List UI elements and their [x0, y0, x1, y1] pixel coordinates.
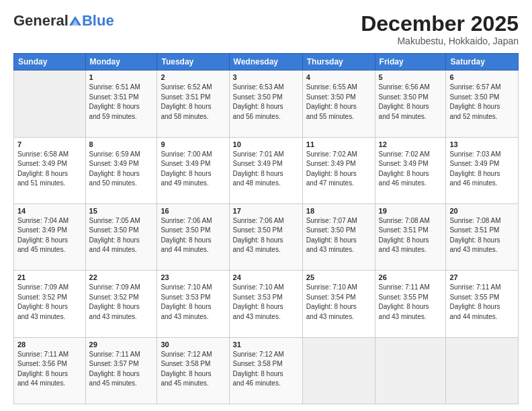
calendar-cell: 11Sunrise: 7:02 AMSunset: 3:49 PMDayligh… — [302, 137, 375, 203]
calendar-cell: 21Sunrise: 7:09 AMSunset: 3:52 PMDayligh… — [14, 271, 86, 337]
day-number: 1 — [89, 73, 154, 81]
weekday-header-thursday: Thursday — [302, 54, 375, 71]
day-info: Sunrise: 7:03 AMSunset: 3:49 PMDaylight:… — [449, 150, 515, 189]
day-info: Sunrise: 7:11 AMSunset: 3:57 PMDaylight:… — [89, 350, 154, 389]
day-number: 6 — [449, 73, 515, 81]
day-info: Sunrise: 7:11 AMSunset: 3:55 PMDaylight:… — [449, 283, 515, 322]
calendar-cell: 27Sunrise: 7:11 AMSunset: 3:55 PMDayligh… — [446, 271, 519, 337]
weekday-header-friday: Friday — [375, 54, 446, 71]
day-number: 29 — [89, 340, 154, 349]
day-info: Sunrise: 6:51 AMSunset: 3:51 PMDaylight:… — [89, 83, 154, 122]
calendar-week-4: 21Sunrise: 7:09 AMSunset: 3:52 PMDayligh… — [14, 271, 519, 337]
calendar-cell: 5Sunrise: 6:56 AMSunset: 3:50 PMDaylight… — [375, 71, 446, 137]
calendar-cell: 20Sunrise: 7:08 AMSunset: 3:51 PMDayligh… — [446, 203, 519, 270]
day-info: Sunrise: 7:08 AMSunset: 3:51 PMDaylight:… — [449, 216, 515, 255]
day-number: 21 — [17, 273, 82, 281]
calendar-cell: 12Sunrise: 7:02 AMSunset: 3:49 PMDayligh… — [375, 137, 446, 203]
day-number: 15 — [89, 207, 154, 215]
day-info: Sunrise: 7:09 AMSunset: 3:52 PMDaylight:… — [89, 283, 154, 322]
day-number: 27 — [449, 273, 515, 281]
day-number: 14 — [17, 207, 82, 215]
calendar-cell: 29Sunrise: 7:11 AMSunset: 3:57 PMDayligh… — [85, 337, 157, 404]
day-number: 7 — [17, 140, 82, 148]
calendar-cell — [14, 71, 86, 137]
day-number: 11 — [306, 140, 371, 148]
header: General Blue December 2025 Makubestu, Ho… — [13, 12, 519, 46]
day-number: 19 — [379, 207, 443, 215]
weekday-header-monday: Monday — [85, 54, 157, 71]
title-block: December 2025 Makubestu, Hokkaido, Japan — [361, 12, 519, 46]
day-number: 18 — [306, 207, 371, 215]
day-number: 25 — [306, 273, 371, 281]
logo-general: General — [13, 12, 69, 30]
calendar-cell: 22Sunrise: 7:09 AMSunset: 3:52 PMDayligh… — [85, 271, 157, 337]
day-number: 28 — [17, 340, 82, 349]
day-number: 20 — [449, 207, 515, 215]
page: General Blue December 2025 Makubestu, Ho… — [0, 0, 532, 411]
calendar-cell: 1Sunrise: 6:51 AMSunset: 3:51 PMDaylight… — [85, 71, 157, 137]
calendar-cell: 30Sunrise: 7:12 AMSunset: 3:58 PMDayligh… — [157, 337, 229, 404]
day-number: 22 — [89, 273, 154, 281]
day-number: 12 — [379, 140, 443, 148]
day-info: Sunrise: 7:10 AMSunset: 3:54 PMDaylight:… — [306, 283, 371, 322]
calendar-cell: 3Sunrise: 6:53 AMSunset: 3:50 PMDaylight… — [229, 71, 302, 137]
day-info: Sunrise: 7:05 AMSunset: 3:50 PMDaylight:… — [89, 216, 154, 255]
day-info: Sunrise: 6:56 AMSunset: 3:50 PMDaylight:… — [379, 83, 443, 122]
weekday-header-row: SundayMondayTuesdayWednesdayThursdayFrid… — [14, 54, 519, 71]
calendar-cell: 6Sunrise: 6:57 AMSunset: 3:50 PMDaylight… — [446, 71, 519, 137]
calendar-cell: 8Sunrise: 6:59 AMSunset: 3:49 PMDaylight… — [85, 137, 157, 203]
day-number: 10 — [233, 140, 299, 148]
month-title: December 2025 — [361, 12, 519, 36]
calendar-cell: 24Sunrise: 7:10 AMSunset: 3:53 PMDayligh… — [229, 271, 302, 337]
day-number: 8 — [89, 140, 154, 148]
day-info: Sunrise: 6:52 AMSunset: 3:51 PMDaylight:… — [161, 83, 225, 122]
calendar-week-5: 28Sunrise: 7:11 AMSunset: 3:56 PMDayligh… — [14, 337, 519, 404]
day-info: Sunrise: 7:07 AMSunset: 3:50 PMDaylight:… — [306, 216, 371, 255]
calendar-cell: 15Sunrise: 7:05 AMSunset: 3:50 PMDayligh… — [85, 203, 157, 270]
day-number: 3 — [233, 73, 299, 81]
day-info: Sunrise: 7:02 AMSunset: 3:49 PMDaylight:… — [306, 150, 371, 189]
day-info: Sunrise: 7:06 AMSunset: 3:50 PMDaylight:… — [161, 216, 225, 255]
logo-icon — [69, 16, 81, 26]
calendar-cell: 28Sunrise: 7:11 AMSunset: 3:56 PMDayligh… — [14, 337, 86, 404]
calendar-cell: 10Sunrise: 7:01 AMSunset: 3:49 PMDayligh… — [229, 137, 302, 203]
day-info: Sunrise: 7:10 AMSunset: 3:53 PMDaylight:… — [161, 283, 225, 322]
calendar-cell: 9Sunrise: 7:00 AMSunset: 3:49 PMDaylight… — [157, 137, 229, 203]
day-info: Sunrise: 7:12 AMSunset: 3:58 PMDaylight:… — [233, 350, 299, 389]
day-info: Sunrise: 7:10 AMSunset: 3:53 PMDaylight:… — [233, 283, 299, 322]
day-info: Sunrise: 6:58 AMSunset: 3:49 PMDaylight:… — [17, 150, 82, 189]
logo: General Blue — [13, 12, 114, 30]
day-info: Sunrise: 7:12 AMSunset: 3:58 PMDaylight:… — [161, 350, 225, 389]
logo-text: General Blue — [13, 12, 114, 30]
calendar-cell: 26Sunrise: 7:11 AMSunset: 3:55 PMDayligh… — [375, 271, 446, 337]
calendar-cell: 19Sunrise: 7:08 AMSunset: 3:51 PMDayligh… — [375, 203, 446, 270]
day-number: 16 — [161, 207, 225, 215]
calendar-cell: 31Sunrise: 7:12 AMSunset: 3:58 PMDayligh… — [229, 337, 302, 404]
day-number: 13 — [449, 140, 515, 148]
day-info: Sunrise: 6:55 AMSunset: 3:50 PMDaylight:… — [306, 83, 371, 122]
day-number: 23 — [161, 273, 225, 281]
calendar-week-1: 1Sunrise: 6:51 AMSunset: 3:51 PMDaylight… — [14, 71, 519, 137]
day-info: Sunrise: 7:02 AMSunset: 3:49 PMDaylight:… — [379, 150, 443, 189]
day-info: Sunrise: 7:09 AMSunset: 3:52 PMDaylight:… — [17, 283, 82, 322]
day-number: 4 — [306, 73, 371, 81]
day-info: Sunrise: 7:08 AMSunset: 3:51 PMDaylight:… — [379, 216, 443, 255]
day-number: 17 — [233, 207, 299, 215]
day-number: 30 — [161, 340, 225, 349]
day-info: Sunrise: 7:01 AMSunset: 3:49 PMDaylight:… — [233, 150, 299, 189]
weekday-header-tuesday: Tuesday — [157, 54, 229, 71]
day-info: Sunrise: 7:00 AMSunset: 3:49 PMDaylight:… — [161, 150, 225, 189]
calendar-cell — [302, 337, 375, 404]
calendar-cell: 16Sunrise: 7:06 AMSunset: 3:50 PMDayligh… — [157, 203, 229, 270]
calendar-cell: 18Sunrise: 7:07 AMSunset: 3:50 PMDayligh… — [302, 203, 375, 270]
calendar-cell — [446, 337, 519, 404]
calendar-cell: 13Sunrise: 7:03 AMSunset: 3:49 PMDayligh… — [446, 137, 519, 203]
day-number: 24 — [233, 273, 299, 281]
day-number: 5 — [379, 73, 443, 81]
calendar-cell: 23Sunrise: 7:10 AMSunset: 3:53 PMDayligh… — [157, 271, 229, 337]
day-info: Sunrise: 7:11 AMSunset: 3:56 PMDaylight:… — [17, 350, 82, 389]
day-number: 9 — [161, 140, 225, 148]
calendar-cell: 4Sunrise: 6:55 AMSunset: 3:50 PMDaylight… — [302, 71, 375, 137]
calendar-week-2: 7Sunrise: 6:58 AMSunset: 3:49 PMDaylight… — [14, 137, 519, 203]
day-info: Sunrise: 7:11 AMSunset: 3:55 PMDaylight:… — [379, 283, 443, 322]
